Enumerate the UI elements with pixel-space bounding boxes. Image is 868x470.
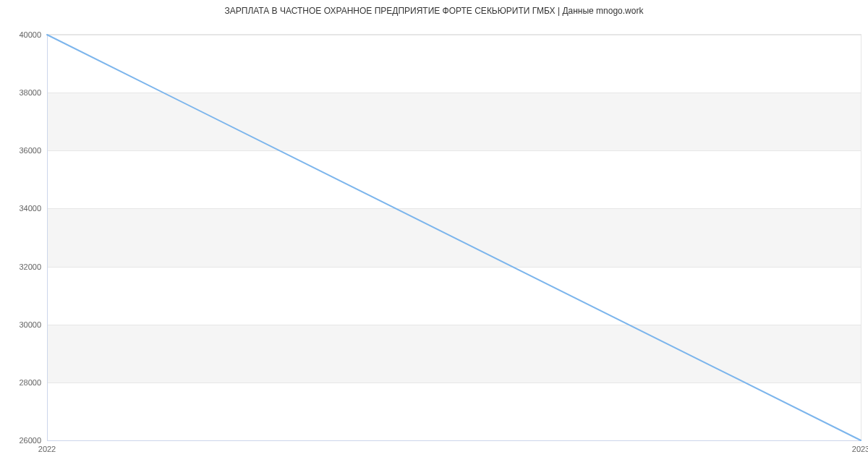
y-tick-label: 34000 — [19, 204, 41, 213]
y-tick-label: 36000 — [19, 146, 41, 155]
y-tick-label: 26000 — [19, 436, 41, 445]
y-tick-label: 28000 — [19, 378, 41, 387]
x-tick-label: 2022 — [38, 445, 56, 453]
chart-title: ЗАРПЛАТА В ЧАСТНОЕ ОХРАННОЕ ПРЕДПРИЯТИЕ … — [0, 6, 868, 16]
x-tick-label: 2023 — [852, 445, 868, 453]
y-tick-label: 40000 — [19, 30, 41, 39]
y-tick-label: 32000 — [19, 262, 41, 271]
y-tick-label: 30000 — [19, 320, 41, 329]
data-line — [47, 35, 861, 440]
x-axis-line — [47, 440, 861, 441]
plot-area: 2600028000300003200034000360003800040000… — [47, 34, 861, 440]
chart-container: ЗАРПЛАТА В ЧАСТНОЕ ОХРАННОЕ ПРЕДПРИЯТИЕ … — [0, 0, 868, 470]
y-tick-label: 38000 — [19, 88, 41, 97]
